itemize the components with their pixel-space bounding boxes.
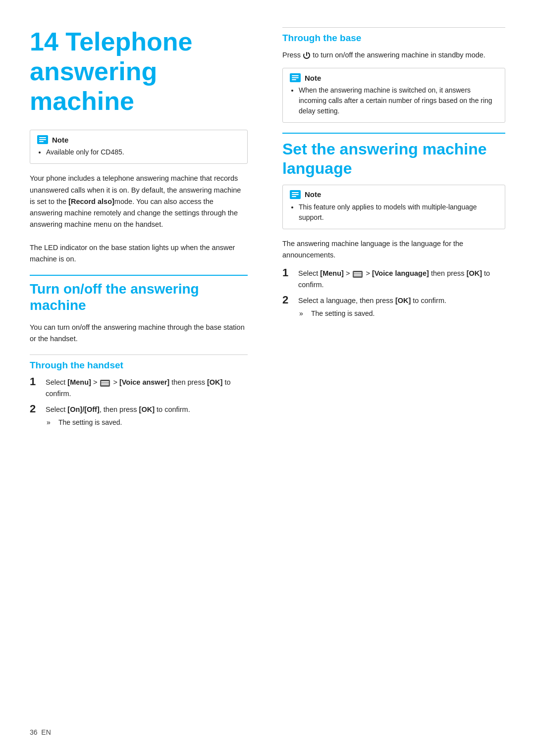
svg-rect-12 — [292, 194, 299, 195]
lang-step-1-text-before: Select [Menu] > — [298, 269, 352, 277]
handset-steps: 1 Select [Menu] > > [Voice answer] then … — [30, 377, 248, 428]
step-1-content: Select [Menu] > > [Voice answer] then pr… — [46, 377, 248, 399]
note-icon — [37, 135, 48, 144]
lang-result-text: The setting is saved. — [311, 308, 374, 319]
language-steps: 1 Select [Menu] > > [Voice language] the… — [282, 268, 505, 319]
chapter-title: 14 Telephone answering machine — [30, 27, 248, 116]
note-box-cd485: Note Available only for CD485. — [30, 130, 248, 164]
lang-step-2-content: Select a language, then press [OK] to co… — [298, 295, 505, 319]
note-label-base: Note — [305, 74, 321, 82]
left-column: 14 Telephone answering machine Note Avai… — [30, 27, 258, 726]
subsection-handset-title: Through the handset — [30, 354, 248, 371]
base-desc-before: Press — [282, 51, 303, 59]
note-list: Available only for CD485. — [46, 147, 240, 157]
note-icon-base — [290, 73, 301, 82]
note-list-base: When the answering machine is switched o… — [299, 85, 498, 116]
step-num-1: 1 — [30, 376, 41, 388]
base-desc: Press to turn on/off the answering machi… — [282, 50, 505, 61]
svg-rect-7 — [292, 75, 299, 76]
note-header-base: Note — [290, 73, 498, 82]
lang-step-num-2: 2 — [282, 294, 293, 306]
lang-step-num-1: 1 — [282, 267, 293, 279]
language-step-2: 2 Select a language, then press [OK] to … — [282, 295, 505, 319]
step-2-result: » The setting is saved. — [46, 417, 248, 428]
svg-rect-2 — [39, 139, 46, 140]
section-language-title: Set the answering machine language — [282, 133, 505, 178]
page: 14 Telephone answering machine Note Avai… — [0, 0, 535, 756]
note-label: Note — [52, 136, 68, 144]
note-item-language: This feature only applies to models with… — [299, 202, 498, 223]
step-1-text-before: Select [Menu] > — [46, 378, 99, 386]
handset-step-2: 2 Select [On]/[Off], then press [OK] to … — [30, 404, 248, 428]
base-desc-after: to turn on/off the answering machine in … — [313, 51, 485, 59]
lang-step-2-result: » The setting is saved. — [298, 308, 505, 319]
lang-result-arrow: » — [299, 308, 307, 319]
note-box-language: Note This feature only applies to models… — [282, 185, 505, 229]
menu-icon-lang-1 — [353, 271, 363, 278]
menu-icon-1 — [100, 380, 110, 387]
svg-rect-3 — [39, 141, 44, 142]
page-number: 36 — [30, 728, 38, 736]
note-item-base: When the answering machine is switched o… — [299, 85, 498, 116]
handset-step-1: 1 Select [Menu] > > [Voice answer] then … — [30, 377, 248, 399]
intro-text: Your phone includes a telephone answerin… — [30, 173, 248, 265]
svg-rect-8 — [292, 77, 299, 78]
lang-step-1-content: Select [Menu] > > [Voice language] then … — [298, 268, 505, 290]
result-text-1: The setting is saved. — [58, 417, 122, 428]
note-header-language: Note — [290, 190, 498, 199]
note-item: Available only for CD485. — [46, 147, 240, 157]
page-footer: 36 EN — [30, 728, 51, 736]
language-desc: The answering machine language is the la… — [282, 238, 505, 261]
svg-rect-1 — [39, 137, 46, 138]
right-column: Through the base Press to turn on/off th… — [277, 27, 505, 726]
svg-rect-13 — [292, 196, 296, 197]
note-box-base: Note When the answering machine is switc… — [282, 68, 505, 123]
svg-rect-11 — [292, 192, 299, 193]
section-turn-title: Turn on/off the answering machine — [30, 275, 248, 314]
step-2-text: Select [On]/[Off], then press [OK] to co… — [46, 405, 190, 413]
step-2-content: Select [On]/[Off], then press [OK] to co… — [46, 404, 248, 428]
page-lang: EN — [41, 728, 51, 736]
intro-text-3: The LED indicator on the base station li… — [30, 244, 235, 263]
result-arrow: » — [47, 417, 54, 428]
language-step-1: 1 Select [Menu] > > [Voice language] the… — [282, 268, 505, 290]
svg-rect-9 — [292, 79, 296, 80]
note-list-language: This feature only applies to models with… — [299, 202, 498, 223]
subsection-base-title: Through the base — [282, 27, 505, 44]
note-icon-language — [290, 190, 301, 199]
lang-step-2-text: Select a language, then press [OK] to co… — [298, 297, 446, 304]
power-icon — [303, 51, 311, 59]
note-header: Note — [37, 135, 240, 144]
intro-bold-1: [Record also] — [68, 198, 114, 205]
note-label-language: Note — [305, 190, 321, 199]
section-turn-desc: You can turn on/off the answering machin… — [30, 322, 248, 345]
step-num-2: 2 — [30, 403, 41, 415]
